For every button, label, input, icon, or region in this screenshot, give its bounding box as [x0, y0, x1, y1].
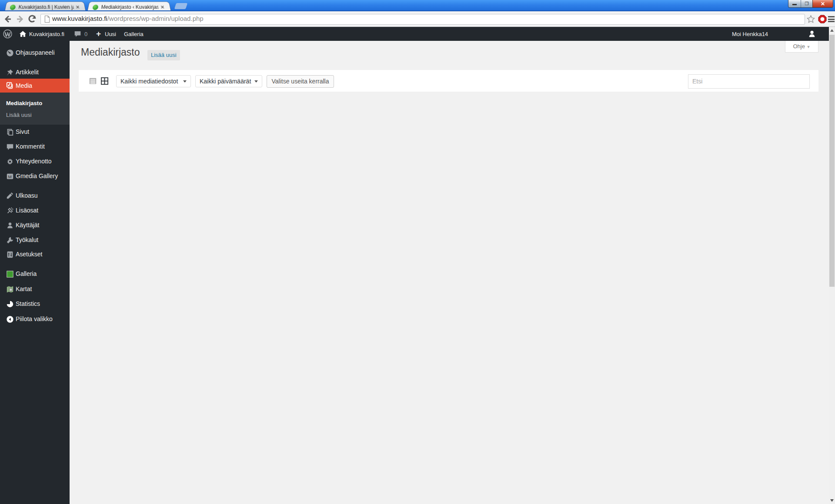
svg-text:M: M — [8, 174, 12, 179]
